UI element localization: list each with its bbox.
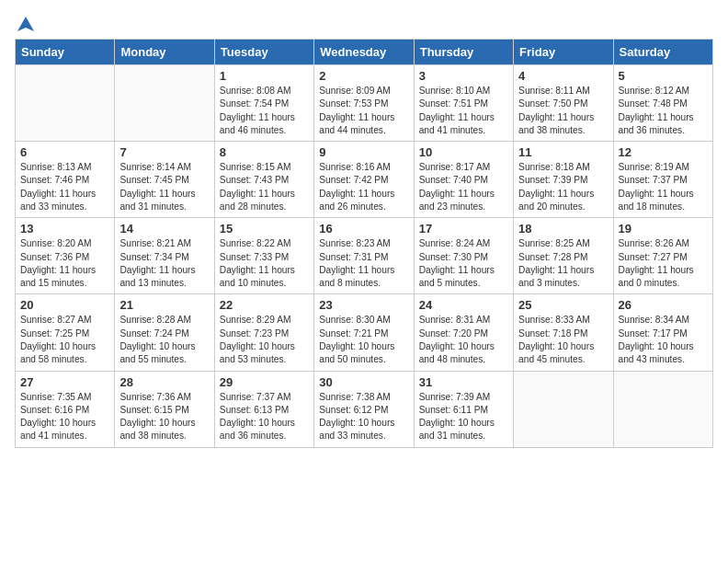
day-info: Sunrise: 8:09 AM Sunset: 7:53 PM Dayligh…	[319, 85, 408, 137]
calendar-day-2: 2Sunrise: 8:09 AM Sunset: 7:53 PM Daylig…	[314, 65, 414, 142]
calendar-day-10: 10Sunrise: 8:17 AM Sunset: 7:40 PM Dayli…	[414, 142, 513, 218]
day-info: Sunrise: 8:23 AM Sunset: 7:31 PM Dayligh…	[319, 237, 408, 290]
calendar-table: SundayMondayTuesdayWednesdayThursdayFrid…	[15, 39, 713, 448]
calendar-day-6: 6Sunrise: 8:13 AM Sunset: 7:46 PM Daylig…	[16, 142, 115, 218]
day-info: Sunrise: 8:08 AM Sunset: 7:54 PM Dayligh…	[220, 85, 309, 137]
day-number: 17	[419, 222, 508, 236]
day-number: 2	[319, 69, 408, 83]
day-number: 8	[220, 145, 309, 159]
page-header	[15, 15, 713, 31]
day-number: 14	[119, 222, 209, 236]
day-number: 11	[518, 145, 608, 159]
logo-bird-icon	[16, 15, 36, 35]
empty-day-cell	[514, 371, 613, 447]
day-info: Sunrise: 8:28 AM Sunset: 7:24 PM Dayligh…	[119, 314, 209, 366]
calendar-day-15: 15Sunrise: 8:22 AM Sunset: 7:33 PM Dayli…	[214, 218, 313, 294]
day-number: 18	[518, 222, 608, 236]
calendar-day-31: 31Sunrise: 7:39 AM Sunset: 6:11 PM Dayli…	[414, 371, 513, 447]
day-info: Sunrise: 8:12 AM Sunset: 7:48 PM Dayligh…	[619, 85, 708, 137]
day-info: Sunrise: 8:10 AM Sunset: 7:51 PM Dayligh…	[419, 85, 508, 137]
day-info: Sunrise: 8:19 AM Sunset: 7:37 PM Dayligh…	[619, 161, 708, 213]
weekday-header-saturday: Saturday	[613, 40, 712, 65]
calendar-day-20: 20Sunrise: 8:27 AM Sunset: 7:25 PM Dayli…	[16, 294, 115, 371]
calendar-day-19: 19Sunrise: 8:26 AM Sunset: 7:27 PM Dayli…	[613, 218, 712, 294]
day-info: Sunrise: 8:33 AM Sunset: 7:18 PM Dayligh…	[518, 314, 608, 366]
calendar-day-29: 29Sunrise: 7:37 AM Sunset: 6:13 PM Dayli…	[214, 371, 313, 447]
day-info: Sunrise: 8:27 AM Sunset: 7:25 PM Dayligh…	[20, 314, 109, 366]
calendar-day-26: 26Sunrise: 8:34 AM Sunset: 7:17 PM Dayli…	[613, 294, 712, 371]
day-info: Sunrise: 8:18 AM Sunset: 7:39 PM Dayligh…	[518, 161, 608, 213]
day-info: Sunrise: 8:14 AM Sunset: 7:45 PM Dayligh…	[119, 161, 209, 213]
calendar-day-3: 3Sunrise: 8:10 AM Sunset: 7:51 PM Daylig…	[414, 65, 513, 142]
day-number: 19	[619, 222, 708, 236]
day-number: 26	[619, 298, 708, 312]
day-info: Sunrise: 8:29 AM Sunset: 7:23 PM Dayligh…	[220, 314, 309, 366]
calendar-day-17: 17Sunrise: 8:24 AM Sunset: 7:30 PM Dayli…	[414, 218, 513, 294]
day-info: Sunrise: 8:34 AM Sunset: 7:17 PM Dayligh…	[619, 314, 708, 366]
calendar-day-9: 9Sunrise: 8:16 AM Sunset: 7:42 PM Daylig…	[314, 142, 414, 218]
calendar-day-16: 16Sunrise: 8:23 AM Sunset: 7:31 PM Dayli…	[314, 218, 414, 294]
calendar-week-2: 6Sunrise: 8:13 AM Sunset: 7:46 PM Daylig…	[16, 142, 713, 218]
day-info: Sunrise: 8:11 AM Sunset: 7:50 PM Dayligh…	[518, 85, 608, 137]
day-number: 13	[20, 222, 109, 236]
day-number: 9	[319, 145, 408, 159]
weekday-header-thursday: Thursday	[414, 40, 513, 65]
day-number: 22	[220, 298, 309, 312]
day-number: 16	[319, 222, 408, 236]
day-info: Sunrise: 8:17 AM Sunset: 7:40 PM Dayligh…	[419, 161, 508, 213]
day-number: 3	[419, 69, 508, 83]
calendar-day-23: 23Sunrise: 8:30 AM Sunset: 7:21 PM Dayli…	[314, 294, 414, 371]
day-number: 27	[20, 375, 109, 389]
calendar-day-25: 25Sunrise: 8:33 AM Sunset: 7:18 PM Dayli…	[514, 294, 613, 371]
day-number: 23	[319, 298, 408, 312]
weekday-header-sunday: Sunday	[16, 40, 115, 65]
calendar-week-3: 13Sunrise: 8:20 AM Sunset: 7:36 PM Dayli…	[16, 218, 713, 294]
calendar-day-27: 27Sunrise: 7:35 AM Sunset: 6:16 PM Dayli…	[16, 371, 115, 447]
day-number: 7	[119, 145, 209, 159]
day-info: Sunrise: 8:13 AM Sunset: 7:46 PM Dayligh…	[20, 161, 109, 213]
day-info: Sunrise: 7:38 AM Sunset: 6:12 PM Dayligh…	[319, 391, 408, 443]
calendar-day-21: 21Sunrise: 8:28 AM Sunset: 7:24 PM Dayli…	[115, 294, 214, 371]
day-number: 31	[419, 375, 508, 389]
day-number: 28	[119, 375, 209, 389]
day-number: 5	[619, 69, 708, 83]
weekday-header-friday: Friday	[514, 40, 613, 65]
day-number: 6	[20, 145, 109, 159]
day-info: Sunrise: 7:36 AM Sunset: 6:15 PM Dayligh…	[119, 391, 209, 443]
day-info: Sunrise: 7:39 AM Sunset: 6:11 PM Dayligh…	[419, 391, 508, 443]
logo	[15, 15, 37, 31]
day-number: 21	[119, 298, 209, 312]
calendar-day-28: 28Sunrise: 7:36 AM Sunset: 6:15 PM Dayli…	[115, 371, 214, 447]
day-info: Sunrise: 8:20 AM Sunset: 7:36 PM Dayligh…	[20, 237, 109, 290]
day-number: 24	[419, 298, 508, 312]
calendar-day-1: 1Sunrise: 8:08 AM Sunset: 7:54 PM Daylig…	[214, 65, 313, 142]
empty-day-cell	[115, 65, 214, 142]
calendar-week-4: 20Sunrise: 8:27 AM Sunset: 7:25 PM Dayli…	[16, 294, 713, 371]
weekday-header-monday: Monday	[115, 40, 214, 65]
calendar-week-1: 1Sunrise: 8:08 AM Sunset: 7:54 PM Daylig…	[16, 65, 713, 142]
day-info: Sunrise: 8:15 AM Sunset: 7:43 PM Dayligh…	[220, 161, 309, 213]
svg-marker-0	[17, 17, 34, 31]
day-info: Sunrise: 7:37 AM Sunset: 6:13 PM Dayligh…	[220, 391, 309, 443]
empty-day-cell	[613, 371, 712, 447]
calendar-day-4: 4Sunrise: 8:11 AM Sunset: 7:50 PM Daylig…	[514, 65, 613, 142]
weekday-header-tuesday: Tuesday	[214, 40, 313, 65]
day-info: Sunrise: 8:22 AM Sunset: 7:33 PM Dayligh…	[220, 237, 309, 290]
calendar-day-5: 5Sunrise: 8:12 AM Sunset: 7:48 PM Daylig…	[613, 65, 712, 142]
day-info: Sunrise: 7:35 AM Sunset: 6:16 PM Dayligh…	[20, 391, 109, 443]
calendar-day-7: 7Sunrise: 8:14 AM Sunset: 7:45 PM Daylig…	[115, 142, 214, 218]
day-number: 25	[518, 298, 608, 312]
calendar-day-14: 14Sunrise: 8:21 AM Sunset: 7:34 PM Dayli…	[115, 218, 214, 294]
day-info: Sunrise: 8:26 AM Sunset: 7:27 PM Dayligh…	[619, 237, 708, 290]
calendar-week-5: 27Sunrise: 7:35 AM Sunset: 6:16 PM Dayli…	[16, 371, 713, 447]
day-info: Sunrise: 8:24 AM Sunset: 7:30 PM Dayligh…	[419, 237, 508, 290]
calendar-day-18: 18Sunrise: 8:25 AM Sunset: 7:28 PM Dayli…	[514, 218, 613, 294]
day-number: 15	[220, 222, 309, 236]
day-info: Sunrise: 8:21 AM Sunset: 7:34 PM Dayligh…	[119, 237, 209, 290]
day-number: 1	[220, 69, 309, 83]
empty-day-cell	[16, 65, 115, 142]
day-number: 10	[419, 145, 508, 159]
day-number: 12	[619, 145, 708, 159]
calendar-day-11: 11Sunrise: 8:18 AM Sunset: 7:39 PM Dayli…	[514, 142, 613, 218]
calendar-day-24: 24Sunrise: 8:31 AM Sunset: 7:20 PM Dayli…	[414, 294, 513, 371]
